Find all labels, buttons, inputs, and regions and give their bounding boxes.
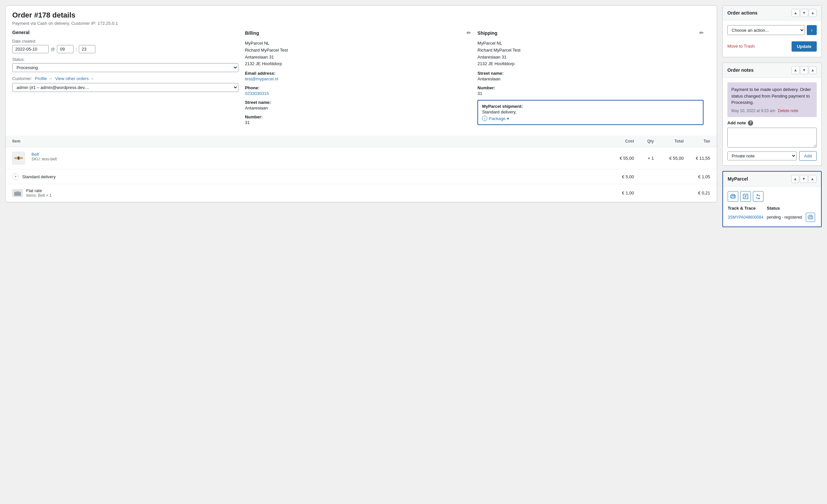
general-label: General [12, 30, 30, 35]
items-section: Item Cost Qty Total Tax [6, 135, 717, 202]
mp-collapse-down-btn[interactable]: ▼ [800, 175, 808, 183]
status-select[interactable]: Processing Pending payment On hold Compl… [12, 63, 238, 72]
box-icon [13, 190, 21, 196]
item-name[interactable]: Belt [32, 152, 57, 157]
billing-phone-label: Phone: [245, 85, 471, 90]
col-total: Total [654, 139, 684, 144]
col-qty: Qty [634, 139, 654, 144]
date-input[interactable] [12, 45, 49, 53]
add-shipping-icon[interactable]: + [12, 173, 19, 180]
billing-label: Billing [245, 31, 259, 36]
notes-collapse-down-btn[interactable]: ▼ [800, 66, 808, 74]
flat-tax: € 0,21 [684, 190, 710, 195]
svg-rect-7 [732, 194, 734, 195]
svg-point-2 [18, 157, 19, 159]
move-to-trash-link[interactable]: Move to Trash [727, 40, 755, 52]
shipment-box: MyParcel shipment: Standard delivery, i … [477, 100, 703, 125]
help-icon[interactable]: ? [748, 120, 753, 126]
belt-image-icon [13, 155, 23, 161]
billing-number-label: Number: [245, 114, 471, 119]
shipping-company: MyParcel NL [477, 40, 703, 47]
col-tax: Tax [684, 139, 710, 144]
shipment-status: pending - registered [767, 215, 803, 220]
shipping-item-row: + Standard delivery € 5,00 € 1,05 [6, 169, 717, 184]
mp-table: Track & Trace Status 3SMYPA048600084 pen… [728, 206, 816, 222]
close-panel-btn[interactable]: ▲ [809, 9, 817, 17]
action-row: Choose an action... › [727, 25, 817, 35]
at-symbol: @ [51, 47, 55, 52]
note-type-select[interactable]: Private note Note to customer [727, 152, 796, 160]
note-textarea[interactable] [727, 128, 817, 148]
date-label: Date created: [12, 39, 238, 44]
item-sku: SKU: woo-belt [32, 157, 57, 161]
panel-controls: ▲ ▼ ▲ [791, 9, 817, 17]
billing-edit-icon[interactable]: ✏ [467, 30, 471, 36]
svg-point-16 [812, 216, 812, 217]
flat-cost: € 1,00 [604, 190, 634, 195]
billing-phone[interactable]: 0233030315 [245, 91, 269, 96]
apply-action-btn[interactable]: › [807, 25, 817, 35]
shipment-label: MyParcel shipment: [482, 104, 699, 109]
mp-return-btn[interactable] [753, 191, 764, 202]
collapse-up-btn[interactable]: ▲ [791, 9, 799, 17]
mp-close-btn[interactable]: ▲ [809, 175, 816, 183]
items-header: Item Cost Qty Total Tax [6, 135, 717, 147]
order-title: Order #178 details [12, 11, 710, 19]
update-button[interactable]: Update [791, 41, 817, 52]
billing-city: 2132 JE Hoofddorp [245, 60, 471, 67]
package-link[interactable]: i Package ▾ [482, 116, 699, 121]
shipping-section: Shipping ✏ MyParcel NL Richard MyParcel … [477, 30, 710, 129]
col-item: Item [12, 139, 604, 144]
table-row: Belt SKU: woo-belt € 55,00 × 1 € 55,00 €… [6, 147, 717, 169]
item-tax: € 11,55 [684, 156, 710, 161]
mp-print-label-btn[interactable] [728, 191, 738, 202]
order-actions-title: Order actions [727, 10, 758, 15]
order-notes-header: Order notes ▲ ▼ ▲ [723, 63, 821, 78]
shipping-cost: € 5,00 [604, 174, 634, 179]
info-icon: i [482, 116, 487, 121]
customer-label: Customer: [12, 76, 32, 81]
action-select[interactable]: Choose an action... [727, 25, 805, 35]
note-text: Payment to be made upon delivery. Order … [731, 86, 813, 106]
myparcel-panel: MyParcel ▲ ▼ ▲ [722, 171, 822, 227]
notes-collapse-up-btn[interactable]: ▲ [791, 66, 799, 74]
shipping-name: Richard MyParcel Test [477, 47, 703, 54]
billing-name: Richard MyParcel Test [245, 47, 471, 54]
item-cost: € 55,00 [604, 156, 634, 161]
delete-note-link[interactable]: Delete note [778, 108, 798, 113]
mp-export-btn[interactable] [740, 191, 751, 202]
shipping-city: 2132 JE Hoofddorp [477, 60, 703, 67]
billing-street-name: Antareslaan [245, 106, 471, 110]
add-note-button[interactable]: Add [799, 151, 817, 161]
package-label[interactable]: Package ▾ [489, 116, 509, 121]
myparcel-title: MyParcel [728, 176, 748, 181]
minute-input[interactable] [79, 45, 95, 53]
mp-table-row: 3SMYPA048600084 pending - registered [728, 213, 816, 222]
view-orders-link[interactable]: View other orders [55, 76, 94, 81]
customer-select[interactable]: admin (#1 – admin@wordpress.dev.... [12, 83, 238, 92]
track-trace-link[interactable]: 3SMYPA048600084 [728, 215, 764, 220]
hour-input[interactable] [57, 45, 74, 53]
colon: : [76, 47, 77, 52]
shipping-number-label: Number: [477, 85, 703, 90]
mp-row-print-btn[interactable] [806, 213, 815, 222]
notes-close-btn[interactable]: ▲ [809, 66, 817, 74]
flat-rate-icon [12, 189, 23, 197]
flat-sub: Items: Belt × 1 [26, 193, 52, 198]
billing-company: MyParcel NL [245, 40, 471, 47]
billing-email-label: Email address: [245, 71, 471, 76]
svg-point-8 [734, 195, 735, 196]
collapse-down-btn[interactable]: ▼ [800, 9, 808, 17]
shipping-edit-icon[interactable]: ✏ [699, 30, 703, 36]
note-footer: Private note Note to customer Add [727, 151, 817, 161]
shipping-label: Shipping [477, 31, 497, 36]
add-note-label: Add note ? [727, 120, 817, 126]
flat-rate-row: Flat rate Items: Belt × 1 € 1,00 € 0,21 [6, 184, 717, 202]
mp-collapse-up-btn[interactable]: ▲ [791, 175, 799, 183]
item-image [12, 152, 25, 164]
status-label: Status: [12, 57, 238, 62]
profile-link[interactable]: Profile [35, 76, 52, 81]
general-section: General Date created: @ : Status: [12, 30, 245, 129]
billing-email[interactable]: test@myparcel.nl [245, 76, 279, 81]
order-actions-header: Order actions ▲ ▼ ▲ [723, 6, 821, 20]
